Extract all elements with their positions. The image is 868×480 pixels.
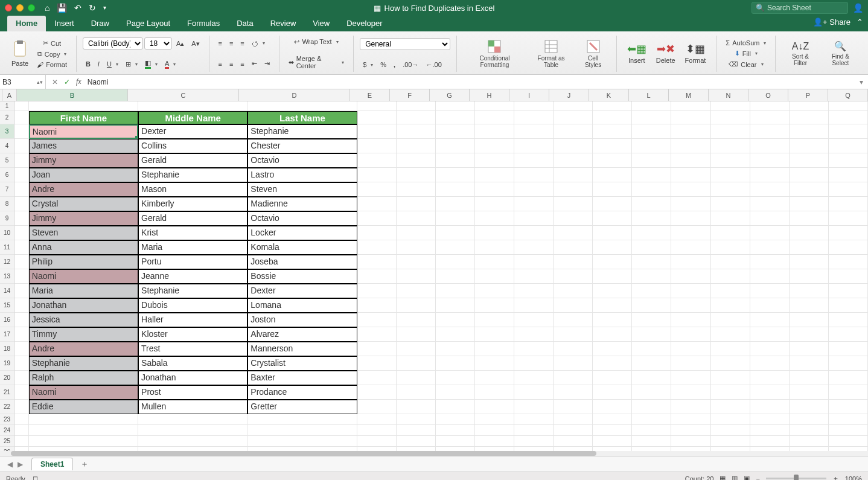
cell[interactable]	[554, 124, 593, 139]
cell[interactable]: Jimmy	[29, 211, 138, 226]
cell[interactable]	[593, 168, 632, 182]
cell[interactable]	[750, 313, 790, 327]
cell[interactable]	[14, 313, 29, 327]
increase-indent-button[interactable]: ⇥	[261, 59, 273, 69]
cell[interactable]	[514, 168, 554, 182]
cell[interactable]	[829, 342, 868, 356]
cell[interactable]	[711, 182, 750, 197]
cell[interactable]	[475, 313, 514, 327]
cell[interactable]	[554, 182, 593, 197]
cell[interactable]	[357, 255, 397, 269]
cell[interactable]	[632, 400, 671, 414]
cell[interactable]: Last Name	[247, 111, 357, 124]
cell[interactable]: Mannerson	[247, 342, 357, 356]
cell[interactable]	[790, 425, 829, 436]
align-left-button[interactable]: ≡	[215, 59, 225, 69]
cell[interactable]	[593, 400, 632, 414]
cell[interactable]	[397, 211, 436, 226]
cell[interactable]	[357, 139, 397, 153]
cell[interactable]: Middle Name	[138, 111, 247, 124]
percent-button[interactable]: %	[377, 60, 389, 69]
cell[interactable]	[357, 101, 397, 111]
cell[interactable]	[554, 436, 593, 447]
cell[interactable]	[711, 101, 750, 111]
cell[interactable]	[357, 385, 397, 400]
cell[interactable]: Stephanie	[138, 168, 247, 182]
cell[interactable]: Andre	[29, 182, 138, 197]
cell[interactable]: Anna	[29, 240, 138, 255]
row-header[interactable]: 19	[0, 356, 14, 371]
cell[interactable]	[790, 269, 829, 284]
cell[interactable]	[711, 313, 750, 327]
cell[interactable]	[436, 124, 475, 139]
cell[interactable]	[671, 240, 710, 255]
cell[interactable]: Stephanie	[247, 124, 357, 139]
cell[interactable]	[247, 447, 357, 451]
cell[interactable]	[750, 226, 790, 240]
cell[interactable]	[554, 414, 593, 425]
cell[interactable]	[671, 101, 710, 111]
cell[interactable]: Eddie	[29, 400, 138, 414]
cell[interactable]	[475, 124, 514, 139]
column-header-Q[interactable]: Q	[828, 89, 868, 101]
cell[interactable]	[436, 139, 475, 153]
cell[interactable]: Prost	[138, 385, 247, 400]
cell[interactable]	[750, 240, 790, 255]
view-page-break-icon[interactable]: ▣	[744, 475, 750, 480]
cell[interactable]	[632, 371, 671, 385]
format-as-table-button[interactable]: Format as Table	[528, 36, 575, 71]
cell[interactable]: Joston	[247, 313, 357, 327]
cell[interactable]	[671, 447, 710, 451]
cell[interactable]	[14, 371, 29, 385]
cell[interactable]	[593, 313, 632, 327]
cell[interactable]	[397, 197, 436, 211]
cell[interactable]	[829, 153, 868, 168]
row-header[interactable]: 18	[0, 342, 14, 356]
cell[interactable]	[593, 284, 632, 298]
collapse-ribbon-icon[interactable]: ⌃	[857, 18, 863, 27]
cell[interactable]	[436, 168, 475, 182]
cell[interactable]	[671, 124, 710, 139]
cell[interactable]	[750, 284, 790, 298]
cell[interactable]	[711, 436, 750, 447]
cell[interactable]	[790, 371, 829, 385]
tab-developer[interactable]: Developer	[338, 16, 391, 31]
cell[interactable]	[397, 298, 436, 313]
row-header[interactable]: 16	[0, 313, 14, 327]
cell[interactable]	[357, 414, 397, 425]
cell[interactable]	[436, 436, 475, 447]
cell[interactable]	[593, 425, 632, 436]
cell[interactable]: Alvarez	[247, 327, 357, 342]
row-header[interactable]: 14	[0, 284, 14, 298]
cell[interactable]	[750, 371, 790, 385]
cell[interactable]	[514, 327, 554, 342]
cell[interactable]	[632, 313, 671, 327]
view-page-layout-icon[interactable]: ▥	[732, 475, 738, 480]
row-header[interactable]: 24	[0, 425, 14, 436]
cell[interactable]	[14, 211, 29, 226]
cell[interactable]	[475, 226, 514, 240]
cell[interactable]	[750, 436, 790, 447]
cell[interactable]: Dexter	[138, 124, 247, 139]
cell[interactable]	[711, 400, 750, 414]
cell[interactable]	[475, 197, 514, 211]
cell[interactable]	[436, 298, 475, 313]
cell[interactable]	[750, 327, 790, 342]
cell[interactable]	[436, 101, 475, 111]
cell[interactable]	[711, 255, 750, 269]
cell[interactable]	[357, 111, 397, 124]
align-center-button[interactable]: ≡	[226, 59, 236, 69]
expand-formula-bar-icon[interactable]: ▾	[855, 78, 868, 86]
find-select-button[interactable]: 🔍Find & Select	[820, 38, 861, 69]
cell[interactable]	[593, 269, 632, 284]
cell[interactable]	[436, 211, 475, 226]
cell[interactable]	[829, 168, 868, 182]
cell[interactable]	[357, 298, 397, 313]
cell[interactable]	[247, 425, 357, 436]
decrease-indent-button[interactable]: ⇤	[249, 59, 260, 69]
cell[interactable]	[29, 414, 138, 425]
cell[interactable]	[829, 139, 868, 153]
cell[interactable]	[593, 111, 632, 124]
row-header[interactable]: 7	[0, 182, 14, 197]
cell[interactable]	[357, 226, 397, 240]
